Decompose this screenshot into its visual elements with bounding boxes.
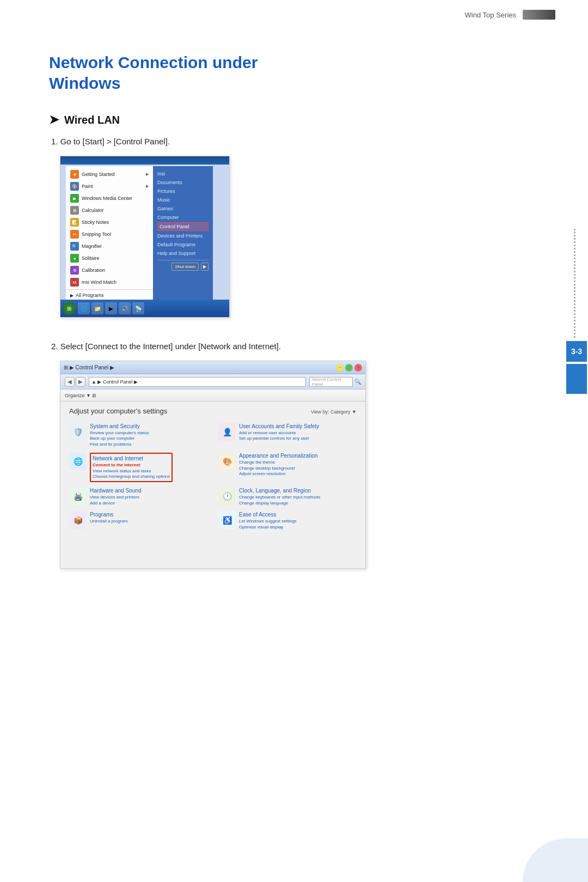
taskbar-item-media[interactable]: ▶ (105, 302, 117, 314)
section-heading-label: Wired LAN (64, 114, 120, 126)
header-bar: Wind Top Series (0, 0, 588, 25)
cp-titlebar: ⊞ ▶ Control Panel ▶ － □ ✕ (60, 361, 365, 374)
cp-ease-of-access-links: Let Windows suggest settings Optimize vi… (239, 519, 297, 530)
taskbar-item-ie[interactable]: 🌐 (78, 302, 90, 314)
cp-appearance-text: Appearance and Personalization Change th… (239, 453, 318, 477)
cp-system-security-title[interactable]: System and Security (90, 423, 149, 429)
cp-close-button[interactable]: ✕ (354, 364, 362, 372)
right-panel-computer[interactable]: Computer (157, 213, 209, 222)
right-panel-games[interactable]: Games (157, 204, 209, 213)
cp-programs-icon: 📦 (69, 512, 87, 529)
menu-item-getting-started[interactable]: ★ Getting Started ▶ (66, 168, 153, 180)
cp-hardware-sound: 🖨️ Hardware and Sound View devices and p… (69, 488, 207, 506)
cp-categories-grid: 🛡️ System and Security Review your compu… (69, 423, 357, 530)
series-label: Wind Top Series (465, 11, 516, 19)
paint-icon: 🎨 (70, 182, 79, 191)
cp-ease-of-access: ♿ Ease of Access Let Windows suggest set… (218, 512, 357, 530)
cp-ease-of-access-icon: ♿ (218, 512, 236, 529)
menu-item-paint[interactable]: 🎨 Paint ▶ (66, 180, 153, 192)
cp-nav-bar: ◀ ▶ ▲ ▶ Control Panel ▶ Search Control P… (60, 374, 365, 390)
bottom-curve-decoration (523, 838, 588, 882)
shutdown-button[interactable]: Shut down (171, 263, 199, 271)
cp-network-internet-links: Connect to the Internet View network sta… (93, 463, 170, 479)
start-button[interactable]: ⊞ (63, 302, 76, 315)
cp-hardware-sound-icon: 🖨️ (69, 488, 87, 505)
start-menu-right-panel: msi Documents Pictures Music Games Compu… (153, 166, 213, 315)
cp-appearance-title[interactable]: Appearance and Personalization (239, 453, 318, 459)
snipping-tool-icon: ✂ (70, 230, 79, 239)
taskbar-item-explorer[interactable]: 📁 (91, 302, 103, 314)
shutdown-arrow[interactable]: ▶ (201, 263, 209, 271)
cp-programs-text: Programs Uninstall a program (90, 512, 127, 524)
right-panel-divider (157, 260, 209, 260)
taskbar-item-extra1[interactable]: 🔊 (119, 302, 131, 314)
cp-user-accounts-icon: 👤 (218, 423, 236, 441)
cp-adjust-title: Adjust your computer's settings (69, 407, 167, 415)
section-arrow-icon: ➤ (49, 113, 59, 127)
menu-item-msi-wind-match[interactable]: M msi Wind Match (66, 276, 153, 288)
cp-address-text: ▲ ▶ Control Panel ▶ (91, 379, 138, 385)
magnifier-icon: 🔍 (70, 242, 79, 251)
right-tab: 3-3 (565, 229, 588, 394)
cp-clock-language-links: Change keyboards or other input methods … (239, 495, 320, 506)
cp-ease-of-access-title[interactable]: Ease of Access (239, 512, 297, 518)
cp-clock-language-icon: 🕐 (218, 488, 236, 505)
menu-item-calibration[interactable]: ⚙ Calibration (66, 264, 153, 276)
cp-programs: 📦 Programs Uninstall a program (69, 512, 207, 530)
cp-system-security-text: System and Security Review your computer… (90, 423, 149, 447)
cp-clock-language-text: Clock, Language, and Region Change keybo… (239, 488, 320, 506)
cp-toolbar: Organize ▼ ⊞ (60, 390, 365, 402)
cp-user-accounts-title[interactable]: User Accounts and Family Safety (239, 423, 319, 429)
section-heading-wired-lan: ➤ Wired LAN (49, 113, 485, 127)
cp-system-security-links: Review your computer's status Back up yo… (90, 430, 149, 447)
right-panel-msi[interactable]: msi (157, 169, 209, 178)
right-panel-devices[interactable]: Devices and Printers (157, 232, 209, 240)
cp-nav-arrows: ◀ ▶ (65, 377, 85, 387)
right-tab-blue-block (566, 364, 587, 394)
menu-item-calculator[interactable]: ⊞ Calculator (66, 204, 153, 216)
right-panel-documents[interactable]: Documents (157, 178, 209, 187)
cp-search-input[interactable]: Search Control Panel (309, 377, 353, 387)
cp-programs-links: Uninstall a program (90, 519, 127, 524)
right-panel-music[interactable]: Music (157, 196, 209, 204)
start-menu-popup: ★ Getting Started ▶ 🎨 Paint ▶ ▶ Windows … (66, 166, 224, 315)
menu-divider (66, 289, 153, 290)
menu-item-snipping-tool[interactable]: ✂ Snipping Tool (66, 228, 153, 240)
cp-programs-title[interactable]: Programs (90, 512, 127, 518)
wmc-icon: ▶ (70, 194, 79, 203)
cp-hardware-sound-title[interactable]: Hardware and Sound (90, 488, 142, 494)
cp-maximize-button[interactable]: □ (345, 364, 353, 372)
right-panel-pictures[interactable]: Pictures (157, 187, 209, 196)
cp-minimize-button[interactable]: － (336, 364, 344, 372)
cp-user-accounts-links: Add or remove user accounts Set up paren… (239, 430, 319, 442)
page-title: Network Connection under Windows (49, 52, 485, 93)
cp-network-internet: 🌐 Network and Internet Connect to the In… (69, 453, 207, 482)
right-panel-help[interactable]: Help and Support (157, 249, 209, 258)
menu-item-solitaire[interactable]: ♠ Solitaire (66, 252, 153, 264)
cp-address-bar[interactable]: ▲ ▶ Control Panel ▶ (89, 377, 306, 387)
cp-network-internet-icon: 🌐 (69, 453, 87, 470)
menu-item-magnifier[interactable]: 🔍 Magnifier (66, 240, 153, 252)
menu-item-wmc[interactable]: ▶ Windows Media Center (66, 192, 153, 204)
cp-content: Adjust your computer's settings View by:… (60, 402, 365, 536)
cp-search-placeholder: Search Control Panel (312, 377, 350, 387)
right-panel-default-programs[interactable]: Default Programs (157, 240, 209, 249)
start-menu-screenshot: ★ Getting Started ▶ 🎨 Paint ▶ ▶ Windows … (60, 156, 229, 317)
cp-toolbar-text: Organize ▼ ⊞ (65, 393, 96, 398)
right-panel-control-panel[interactable]: Control Panel (157, 222, 209, 231)
cp-search-area: Search Control Panel 🔍 (309, 377, 361, 387)
taskbar-item-extra2[interactable]: 📡 (132, 302, 144, 314)
control-panel-screenshot: ⊞ ▶ Control Panel ▶ － □ ✕ ◀ ▶ ▲ ▶ Contro… (60, 361, 365, 568)
step2-text: 2. Select [Connect to the Internet] unde… (51, 342, 485, 351)
cp-network-internet-title[interactable]: Network and Internet (93, 455, 170, 461)
cp-forward-button[interactable]: ▶ (76, 377, 85, 387)
menu-item-all-programs[interactable]: ▶ All Programs (66, 291, 153, 300)
cp-hardware-sound-links: View devices and printers Add a device (90, 495, 142, 506)
calibration-icon: ⚙ (70, 266, 79, 275)
cp-search-icon[interactable]: 🔍 (354, 379, 361, 385)
cp-clock-language-title[interactable]: Clock, Language, and Region (239, 488, 320, 494)
cp-back-button[interactable]: ◀ (65, 377, 75, 387)
cp-system-security: 🛡️ System and Security Review your compu… (69, 423, 207, 447)
menu-item-sticky-notes[interactable]: 📝 Sticky Notes (66, 216, 153, 228)
control-panel-screenshot-container: ⊞ ▶ Control Panel ▶ － □ ✕ ◀ ▶ ▲ ▶ Contro… (60, 361, 366, 569)
